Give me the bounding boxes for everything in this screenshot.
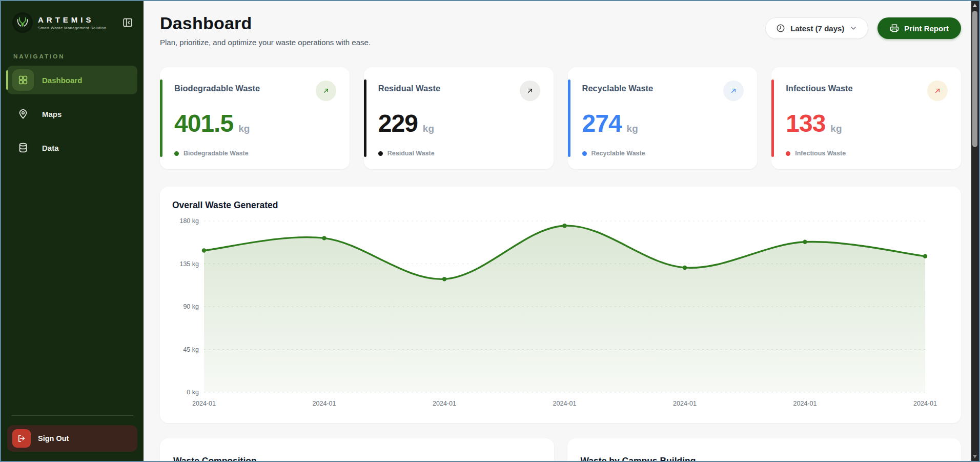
- print-report-label: Print Report: [904, 24, 949, 33]
- stat-value-row: 401.5 kg: [174, 109, 336, 137]
- brand-name: ARTEMIS: [38, 15, 107, 24]
- overall-waste-chart-card: Overall Waste Generated 0 kg45 kg90 kg13…: [160, 187, 961, 423]
- stat-head: Biodegradable Waste: [174, 81, 336, 101]
- sidebar-nav: Dashboard Maps: [7, 66, 137, 162]
- header-controls: Latest (7 days) Print Report: [765, 17, 961, 39]
- sign-out-button[interactable]: Sign Out: [7, 425, 137, 452]
- waste-by-building-card: Waste by Campus Building: [567, 438, 962, 461]
- stat-title: Residual Waste: [378, 81, 440, 93]
- legend-label: Biodegradable Waste: [183, 150, 249, 157]
- stat-title: Infectious Waste: [786, 81, 853, 93]
- dashboard-icon-box: [12, 69, 34, 91]
- svg-text:180 kg: 180 kg: [179, 217, 199, 225]
- printer-icon: [890, 24, 899, 33]
- clock-icon: [776, 24, 785, 33]
- stat-link-button[interactable]: [927, 81, 948, 101]
- accent-bar: [364, 79, 366, 157]
- stat-head: Recyclable Waste: [582, 81, 744, 101]
- svg-text:0 kg: 0 kg: [187, 389, 199, 396]
- stat-card-infectious: Infectious Waste 133 kg Infectious Waste: [771, 67, 961, 169]
- sign-out-icon-box: [12, 429, 31, 448]
- stat-card-residual: Residual Waste 229 kg Residual Waste: [364, 67, 554, 169]
- sidebar-divider: [11, 415, 133, 416]
- stat-legend: Residual Waste: [378, 150, 540, 157]
- scrollbar-thumb[interactable]: [972, 11, 977, 147]
- svg-text:45 kg: 45 kg: [183, 346, 199, 353]
- stat-value: 133: [786, 109, 825, 137]
- brand-tagline: Smart Waste Management Solution: [38, 26, 107, 30]
- logo-text: ARTEMIS Smart Waste Management Solution: [38, 15, 107, 30]
- stat-card-biodegradable: Biodegradable Waste 401.5 kg Biodegradab…: [160, 67, 350, 169]
- stat-head: Infectious Waste: [786, 81, 948, 101]
- stat-head: Residual Waste: [378, 81, 540, 101]
- panel-collapse-icon: [122, 17, 133, 28]
- date-range-selector[interactable]: Latest (7 days): [765, 17, 868, 39]
- app-window: ARTEMIS Smart Waste Management Solution …: [0, 0, 980, 462]
- arrow-up-right-icon: [933, 87, 942, 95]
- scrollbar[interactable]: [971, 1, 979, 461]
- legend-dot: [174, 151, 179, 156]
- nav-section-label: NAVIGATION: [13, 53, 132, 59]
- logout-icon: [17, 434, 26, 443]
- svg-text:2024-01: 2024-01: [553, 400, 577, 407]
- svg-text:2024-01: 2024-01: [192, 400, 216, 407]
- overall-waste-area-chart: 0 kg45 kg90 kg135 kg180 kg2024-012024-01…: [172, 213, 949, 420]
- accent-bar: [568, 79, 570, 157]
- legend-dot: [378, 151, 383, 156]
- artemis-logo: [12, 12, 33, 33]
- sign-out-label: Sign Out: [38, 434, 69, 443]
- stat-link-button[interactable]: [723, 81, 744, 101]
- accent-bar: [771, 79, 774, 157]
- stat-legend: Biodegradable Waste: [174, 150, 336, 157]
- scrollbar-down-arrow[interactable]: [973, 455, 977, 458]
- sidebar-item-maps[interactable]: Maps: [7, 99, 137, 128]
- stat-legend: Recyclable Waste: [582, 150, 744, 157]
- stat-value: 229: [378, 109, 418, 137]
- stat-legend: Infectious Waste: [786, 150, 948, 157]
- svg-text:135 kg: 135 kg: [179, 260, 199, 268]
- card-title: Waste Composition: [173, 456, 541, 461]
- grid-icon: [17, 74, 29, 86]
- stat-unit: kg: [830, 123, 842, 134]
- scrollbar-up-arrow[interactable]: [973, 4, 977, 7]
- map-pin-icon: [17, 108, 29, 119]
- legend-dot: [786, 151, 790, 156]
- logo-row: ARTEMIS Smart Waste Management Solution: [7, 10, 137, 33]
- sidebar-item-label: Data: [42, 144, 59, 152]
- stat-cards-row: Biodegradable Waste 401.5 kg Biodegradab…: [160, 67, 961, 169]
- stat-title: Biodegradable Waste: [174, 81, 260, 93]
- deer-icon: [14, 14, 31, 31]
- legend-label: Infectious Waste: [795, 150, 846, 157]
- stat-unit: kg: [238, 123, 250, 134]
- arrow-up-right-icon: [729, 87, 738, 95]
- data-icon-box: [12, 137, 34, 158]
- page-subtitle: Plan, prioritize, and optimize your wast…: [160, 38, 371, 47]
- stat-value-row: 274 kg: [582, 109, 744, 137]
- svg-text:2024-01: 2024-01: [673, 400, 697, 407]
- stat-link-button[interactable]: [520, 81, 540, 101]
- chevron-wrap: [849, 24, 858, 32]
- accent-bar: [160, 79, 162, 157]
- sidebar-item-dashboard[interactable]: Dashboard: [7, 66, 137, 94]
- date-range-label: Latest (7 days): [790, 24, 844, 33]
- sidebar-collapse-button[interactable]: [121, 16, 134, 29]
- bottom-cards-row: Waste Composition Waste by Campus Buildi…: [160, 438, 961, 461]
- stat-card-recyclable: Recyclable Waste 274 kg Recyclable Waste: [568, 67, 758, 169]
- sidebar: ARTEMIS Smart Waste Management Solution …: [1, 1, 144, 461]
- legend-label: Residual Waste: [387, 150, 435, 157]
- svg-text:90 kg: 90 kg: [183, 303, 199, 310]
- print-report-button[interactable]: Print Report: [877, 17, 961, 39]
- stat-value-row: 133 kg: [786, 109, 948, 137]
- stat-value: 274: [582, 109, 622, 137]
- maps-icon-box: [12, 103, 34, 125]
- stat-link-button[interactable]: [316, 81, 336, 101]
- stat-value-row: 229 kg: [378, 109, 540, 137]
- sidebar-item-label: Maps: [42, 110, 62, 118]
- svg-text:2024-01: 2024-01: [913, 400, 937, 407]
- sidebar-item-data[interactable]: Data: [7, 133, 137, 162]
- page-title: Dashboard: [160, 13, 371, 33]
- svg-text:2024-01: 2024-01: [433, 400, 456, 407]
- main-content: Dashboard Plan, prioritize, and optimize…: [144, 1, 971, 461]
- sidebar-bottom: Sign Out: [7, 415, 137, 452]
- chart-title: Overall Waste Generated: [172, 200, 949, 211]
